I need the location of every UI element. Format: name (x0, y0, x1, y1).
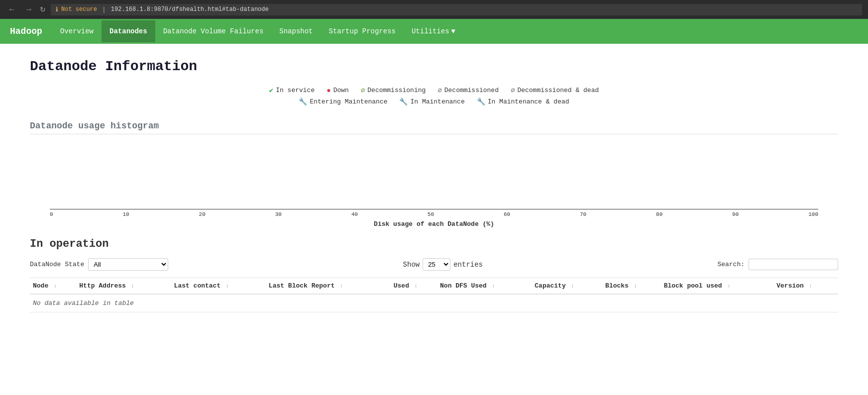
entries-label: entries (453, 261, 483, 269)
col-used[interactable]: Used ↕ (391, 278, 437, 295)
forward-button[interactable]: → (23, 4, 35, 15)
tick-80: 80 (656, 211, 662, 217)
down-icon: ● (326, 87, 330, 95)
in-maintenance-dead-icon: 🔧 (477, 98, 485, 106)
col-block-pool-label: Block pool used (664, 282, 722, 290)
status-decommissioned: ⌀ Decommissioned (437, 86, 499, 95)
tick-30: 30 (275, 211, 282, 217)
table-controls: DataNode State All In Service Decommissi… (30, 258, 838, 271)
col-block-pool-sort-icon: ↕ (727, 284, 730, 289)
status-decommissioned-dead: ⌀ Decommissioned & dead (511, 86, 599, 95)
col-version-label: Version (776, 282, 804, 290)
col-node-label: Node (33, 282, 48, 290)
col-node[interactable]: Node ↕ (30, 278, 76, 295)
histogram-axis-container: 0 10 20 30 40 50 60 70 80 90 100 Disk us… (50, 209, 818, 228)
nav-item-datanodes[interactable]: Datanodes (102, 20, 155, 42)
entering-maintenance-label: Entering Maintenance (310, 98, 387, 105)
main-content: Datanode Information ✔ In service ● Down… (0, 44, 868, 327)
col-blocks-label: Blocks (605, 282, 629, 290)
col-http-sort-icon: ↕ (131, 284, 134, 289)
nav-items: Overview Datanodes Datanode Volume Failu… (52, 20, 463, 42)
col-http-label: Http Address (79, 282, 126, 290)
nav-item-startup-progress[interactable]: Startup Progress (321, 20, 404, 42)
tick-70: 70 (580, 211, 586, 217)
col-last-contact-label: Last contact (174, 282, 221, 290)
col-capacity-sort-icon: ↕ (571, 284, 574, 289)
tick-60: 60 (504, 211, 510, 217)
col-version[interactable]: Version ↕ (773, 278, 838, 295)
decommissioned-dead-icon: ⌀ (511, 86, 515, 95)
status-legend: ✔ In service ● Down ⌀ Decommissioning ⌀ … (30, 86, 838, 106)
col-non-dfs-sort-icon: ↕ (492, 284, 495, 289)
show-entries-control: Show 10 25 50 100 entries (403, 258, 483, 271)
col-used-label: Used (394, 282, 409, 290)
nav-item-utilities[interactable]: Utilities ▼ (404, 20, 463, 42)
status-in-maintenance: 🔧 In Maintenance (399, 98, 464, 106)
not-secure-label: Not secure (61, 6, 97, 13)
col-last-block-report[interactable]: Last Block Report ↕ (266, 278, 391, 295)
header-row: Node ↕ Http Address ↕ Last contact ↕ Las… (30, 278, 838, 295)
search-label: Search: (717, 261, 745, 268)
histogram-divider (30, 134, 838, 134)
data-table: Node ↕ Http Address ↕ Last contact ↕ Las… (30, 278, 838, 312)
in-maintenance-dead-label: In Maintenance & dead (488, 98, 569, 105)
histogram-section: Datanode usage histogram 0 10 20 30 40 5… (30, 121, 838, 228)
datanode-state-control: DataNode State All In Service Decommissi… (30, 258, 168, 271)
url-text: | (102, 6, 106, 13)
axis-ticks: 0 10 20 30 40 50 60 70 80 90 100 (50, 211, 818, 217)
status-entering-maintenance: 🔧 Entering Maintenance (299, 98, 387, 106)
table-header: Node ↕ Http Address ↕ Last contact ↕ Las… (30, 278, 838, 295)
col-block-pool-used[interactable]: Block pool used ↕ (661, 278, 774, 295)
col-last-contact[interactable]: Last contact ↕ (171, 278, 266, 295)
reload-button[interactable]: ↻ (40, 5, 46, 13)
col-blocks-sort-icon: ↕ (634, 284, 637, 289)
in-maintenance-icon: 🔧 (399, 98, 408, 106)
decommissioned-dead-label: Decommissioned & dead (517, 87, 599, 94)
col-block-report-label: Last Block Report (269, 282, 335, 290)
tick-0: 0 (50, 211, 53, 217)
tick-10: 10 (122, 211, 129, 217)
search-input[interactable] (749, 259, 838, 270)
tick-100: 100 (808, 211, 818, 217)
status-in-service: ✔ In service (269, 86, 315, 95)
address-bar[interactable]: ℹ Not secure | 192.168.1.8:9870/dfshealt… (51, 4, 862, 15)
entering-maintenance-icon: 🔧 (299, 98, 307, 106)
back-button[interactable]: ← (6, 4, 18, 15)
nav-item-snapshot[interactable]: Snapshot (271, 20, 321, 42)
table-body: No data available in table (30, 294, 838, 312)
datanode-state-select[interactable]: All In Service Decommissioning Decommiss… (88, 258, 168, 271)
col-capacity[interactable]: Capacity ↕ (532, 278, 602, 295)
nav-item-overview[interactable]: Overview (52, 20, 102, 42)
show-label: Show (403, 261, 420, 269)
in-service-label: In service (276, 87, 315, 94)
col-blocks[interactable]: Blocks ↕ (602, 278, 661, 295)
utilities-dropdown-icon: ▼ (451, 27, 455, 35)
top-nav: Hadoop Overview Datanodes Datanode Volum… (0, 19, 868, 44)
search-control: Search: (717, 259, 838, 270)
down-label: Down (333, 87, 349, 94)
entries-select[interactable]: 10 25 50 100 (423, 258, 450, 271)
tick-90: 90 (732, 211, 739, 217)
col-non-dfs-label: Non DFS Used (440, 282, 487, 290)
in-service-icon: ✔ (269, 86, 273, 95)
axis-label: Disk usage of each DataNode (%) (50, 220, 818, 228)
lock-icon: ℹ (56, 6, 58, 13)
operation-section: In operation DataNode State All In Servi… (30, 238, 838, 312)
col-non-dfs-used[interactable]: Non DFS Used ↕ (437, 278, 532, 295)
decommissioning-label: Decommissioning (367, 87, 426, 94)
no-data-message: No data available in table (30, 294, 838, 312)
tick-40: 40 (351, 211, 358, 217)
col-http-address[interactable]: Http Address ↕ (76, 278, 171, 295)
status-in-maintenance-dead: 🔧 In Maintenance & dead (477, 98, 569, 106)
histogram-title: Datanode usage histogram (30, 121, 838, 131)
status-down: ● Down (326, 87, 349, 95)
url-display: 192.168.1.8:9870/dfshealth.html#tab-data… (111, 6, 269, 13)
col-used-sort-icon: ↕ (415, 284, 418, 289)
status-row-2: 🔧 Entering Maintenance 🔧 In Maintenance … (299, 98, 569, 106)
tick-20: 20 (199, 211, 206, 217)
col-node-sort-icon: ↕ (54, 284, 57, 289)
browser-bar: ← → ↻ ℹ Not secure | 192.168.1.8:9870/df… (0, 0, 868, 19)
status-decommissioning: ⌀ Decommissioning (361, 86, 426, 95)
nav-item-datanode-volume-failures[interactable]: Datanode Volume Failures (155, 20, 272, 42)
no-data-row: No data available in table (30, 294, 838, 312)
